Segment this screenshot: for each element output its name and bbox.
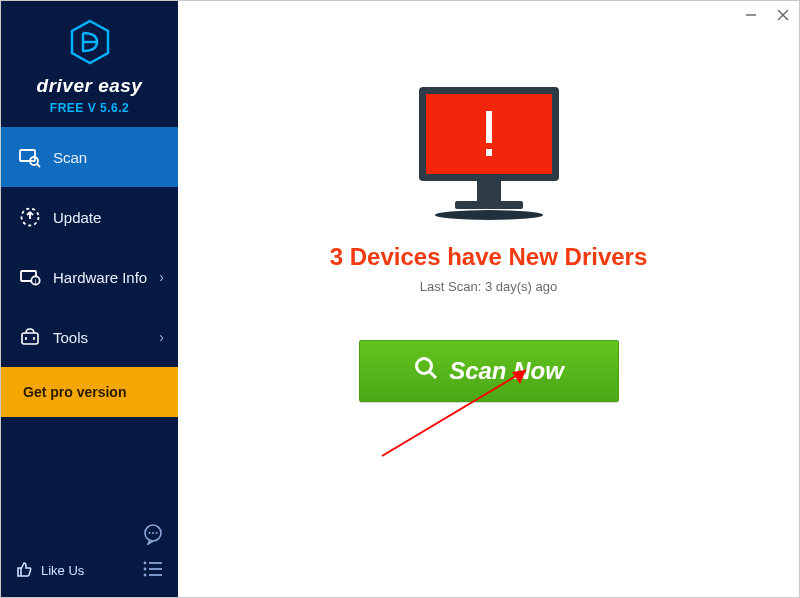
alert-monitor-icon [411,81,567,225]
brand-version: FREE V 5.6.2 [1,101,178,115]
svg-rect-27 [486,149,492,156]
svg-point-17 [144,568,147,571]
svg-point-15 [144,562,147,565]
sidebar: driver easy FREE V 5.6.2 Scan [1,1,178,597]
svg-rect-1 [20,150,35,161]
tools-icon [19,326,41,348]
scan-now-label: Scan Now [449,357,564,385]
svg-point-31 [417,359,432,374]
like-us-label: Like Us [41,563,84,578]
brand-name: driver easy [1,75,178,97]
brand-logo-icon [67,51,113,68]
close-button[interactable] [767,1,799,29]
nav-hardware-label: Hardware Info [53,269,147,286]
window-controls [735,1,799,29]
svg-line-3 [37,164,40,167]
nav-scan[interactable]: Scan [1,127,178,187]
thumbs-up-icon [15,560,33,581]
nav-tools-label: Tools [53,329,88,346]
svg-line-32 [430,372,436,378]
nav-tools[interactable]: Tools › [1,307,178,367]
svg-point-30 [435,210,543,220]
nav-scan-label: Scan [53,149,87,166]
hardware-icon: i [19,266,41,288]
nav-pro-label: Get pro version [23,384,126,400]
sidebar-spacer [1,417,178,515]
like-us[interactable]: Like Us [15,560,84,581]
nav: Scan Update i [1,127,178,417]
feedback-icon[interactable] [142,523,164,549]
scan-now-button[interactable]: Scan Now [359,340,619,402]
nav-hardware[interactable]: i Hardware Info › [1,247,178,307]
brand-block: driver easy FREE V 5.6.2 [1,1,178,127]
svg-point-13 [152,532,154,534]
chevron-right-icon: › [159,329,164,345]
bottom-icons [142,523,164,581]
nav-pro[interactable]: Get pro version [1,367,178,417]
main-panel: 3 Devices have New Drivers Last Scan: 3 … [178,1,799,597]
sidebar-bottom: Like Us [1,515,178,597]
chevron-right-icon: › [159,269,164,285]
svg-rect-28 [477,181,501,201]
svg-point-14 [156,532,158,534]
minimize-button[interactable] [735,1,767,29]
svg-rect-29 [455,201,523,209]
menu-list-icon[interactable] [142,561,164,581]
update-icon [19,206,41,228]
nav-update-label: Update [53,209,101,226]
scan-icon [19,146,41,168]
nav-update[interactable]: Update [1,187,178,247]
svg-rect-8 [22,333,38,344]
last-scan-text: Last Scan: 3 day(s) ago [420,279,557,294]
app-window: driver easy FREE V 5.6.2 Scan [0,0,800,598]
main-center: 3 Devices have New Drivers Last Scan: 3 … [178,1,799,597]
headline: 3 Devices have New Drivers [330,243,648,271]
search-icon [413,355,439,387]
svg-point-19 [144,574,147,577]
svg-rect-26 [486,111,492,143]
svg-point-12 [149,532,151,534]
